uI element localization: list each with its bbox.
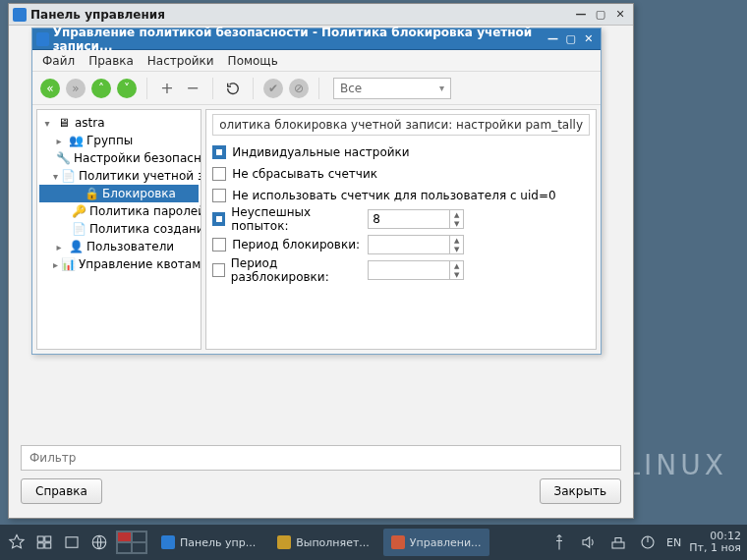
tree-pane[interactable]: ▾🖥 astra ▸👥 Группы 🔧 Настройки безопасно…	[36, 109, 201, 350]
checkbox-failed-attempts[interactable]	[212, 212, 225, 226]
label-no-reset-counter: Не сбрасывать счетчик	[232, 167, 377, 181]
tree-label: astra	[75, 116, 105, 130]
toolbar-separator	[212, 78, 213, 99]
label-lock-period: Период блокировки:	[232, 238, 360, 252]
control-panel-titlebar[interactable]: Панель управления — ▢ ✕	[9, 4, 633, 26]
checkbox-unlock-period[interactable]	[212, 263, 225, 277]
checkbox-individual-settings[interactable]	[212, 145, 226, 159]
volume-icon[interactable]	[578, 532, 600, 553]
desktop-watermark: LINUX	[625, 449, 727, 481]
tree-node-lockout[interactable]: 🔒 Блокировка	[39, 185, 199, 202]
security-policy-titlebar[interactable]: Управление политикой безопасности - Поли…	[32, 28, 601, 50]
spinner-down[interactable]: ▼	[450, 270, 463, 279]
spinner-unlock-period[interactable]: ▲▼	[368, 260, 464, 280]
wrench-icon: 🔧	[56, 151, 71, 165]
maximize-button[interactable]: ▢	[563, 32, 579, 46]
app-icon	[277, 535, 291, 549]
filter-input[interactable]	[21, 445, 621, 471]
system-tray: EN 00:12 Пт, 1 ноя	[548, 531, 741, 554]
spinner-up[interactable]: ▲	[450, 236, 463, 245]
shutdown-icon[interactable]	[637, 532, 659, 553]
spinner-lock-period[interactable]: ▲▼	[368, 235, 464, 254]
desktop-pager[interactable]	[116, 531, 147, 554]
maximize-button[interactable]: ▢	[592, 8, 609, 22]
nav-back-button[interactable]: «	[40, 79, 60, 98]
menu-help[interactable]: Помощь	[228, 54, 278, 68]
filter-combo[interactable]: Все ▾	[333, 78, 451, 99]
usb-icon[interactable]	[548, 532, 570, 553]
menu-settings[interactable]: Настройки	[147, 54, 214, 68]
taskbar-item-security-policy[interactable]: Управлени...	[383, 529, 489, 556]
tree-node-quotas[interactable]: ▸📊 Управление квотами	[39, 255, 199, 273]
input-lock-period[interactable]	[368, 235, 450, 254]
nav-forward-button[interactable]: »	[66, 79, 86, 98]
deny-button[interactable]: ⊘	[289, 79, 309, 98]
taskbar-item-label: Панель упр...	[180, 536, 256, 549]
tree-node-groups[interactable]: ▸👥 Группы	[39, 132, 199, 149]
keyboard-layout[interactable]: EN	[666, 536, 681, 549]
lock-icon: 🔒	[84, 187, 99, 200]
menu-edit[interactable]: Правка	[88, 54, 134, 68]
key-icon: 🔑	[72, 204, 86, 218]
remove-button[interactable]: −	[183, 79, 202, 98]
toolbar-separator	[253, 78, 254, 99]
svg-rect-2	[37, 543, 43, 548]
svg-rect-0	[37, 536, 43, 541]
taskbar-item-label: Управлени...	[410, 536, 482, 549]
toolbar: « » ˄ ˅ + − ✔ ⊘ Все ▾	[32, 72, 601, 105]
tree-node-password-policy[interactable]: 🔑 Политика паролей	[39, 202, 199, 220]
close-button[interactable]: Закрыть	[540, 478, 621, 504]
taskbar: Панель упр... Выполняет... Управлени... …	[0, 525, 747, 560]
close-button[interactable]: ✕	[611, 8, 629, 22]
network-icon[interactable]	[607, 532, 629, 553]
taskbar-item-control-panel[interactable]: Панель упр...	[153, 529, 263, 556]
spinner-down[interactable]: ▼	[450, 245, 463, 253]
control-panel-title: Панель управления	[30, 8, 165, 22]
start-menu-icon[interactable]	[6, 532, 28, 553]
menu-file[interactable]: Файл	[42, 54, 75, 68]
computer-icon: 🖥	[56, 116, 72, 130]
close-button[interactable]: ✕	[581, 32, 597, 46]
taskbar-item-running[interactable]: Выполняет...	[269, 529, 377, 556]
refresh-button[interactable]	[223, 79, 243, 98]
clock[interactable]: 00:12 Пт, 1 ноя	[689, 531, 741, 554]
label-failed-attempts: Неуспешных попыток:	[231, 205, 362, 233]
add-button[interactable]: +	[157, 79, 177, 98]
nav-down-button[interactable]: ˅	[117, 79, 137, 98]
app-icon	[161, 535, 175, 549]
app-icon	[36, 32, 49, 46]
menubar: Файл Правка Настройки Помощь	[32, 50, 601, 72]
apply-button[interactable]: ✔	[263, 79, 283, 98]
minimize-button[interactable]: —	[572, 8, 590, 22]
checkbox-lock-period[interactable]	[212, 238, 226, 252]
tree-node-creation-policy[interactable]: 📄 Политика создания пол...	[39, 220, 199, 238]
files-icon[interactable]	[61, 532, 83, 553]
nav-up-button[interactable]: ˄	[91, 79, 111, 98]
workspaces-icon[interactable]	[33, 532, 55, 553]
tree-label: Группы	[86, 134, 133, 147]
spinner-up[interactable]: ▲	[450, 261, 463, 270]
spinner-up[interactable]: ▲	[450, 210, 463, 219]
tree-node-users[interactable]: ▸👤 Пользователи	[39, 238, 199, 255]
policy-icon: 📄	[72, 222, 86, 236]
app-icon	[13, 8, 27, 22]
browser-icon[interactable]	[88, 532, 110, 553]
spinner-failed-attempts[interactable]: ▲▼	[368, 209, 464, 229]
tree-label: Политики учетной записи	[79, 169, 201, 183]
tree-label: Управление квотами	[79, 257, 201, 271]
minimize-button[interactable]: —	[545, 32, 560, 46]
input-unlock-period[interactable]	[368, 260, 450, 280]
spinner-down[interactable]: ▼	[450, 219, 463, 228]
tree-node-root[interactable]: ▾🖥 astra	[39, 114, 199, 132]
tree-node-security-settings[interactable]: 🔧 Настройки безопасности	[39, 149, 199, 167]
svg-rect-1	[45, 536, 51, 541]
checkbox-ignore-uid0[interactable]	[212, 189, 226, 202]
help-button[interactable]: Справка	[21, 478, 102, 504]
checkbox-no-reset-counter[interactable]	[212, 167, 226, 181]
app-icon	[391, 535, 405, 549]
tree-node-account-policies[interactable]: ▾📄 Политики учетной записи	[39, 167, 199, 185]
users-icon: 👤	[68, 240, 84, 253]
control-panel-footer: Справка Закрыть	[9, 437, 633, 518]
chevron-down-icon: ▾	[439, 83, 444, 93]
input-failed-attempts[interactable]	[368, 209, 450, 229]
